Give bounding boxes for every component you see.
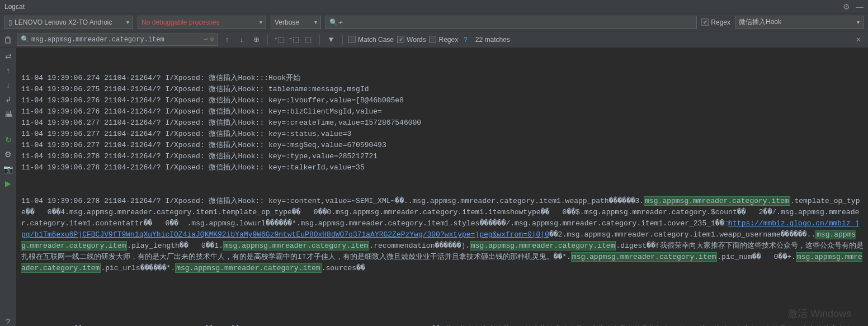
logcat-search-input[interactable]: 🔍≁ [326, 16, 697, 29]
log-line: 11-04 19:39:06.274 21104-21264/? I/Xpose… [21, 73, 864, 84]
log-line: 11-04 19:39:06.277 21104-21264/? I/Xpose… [21, 140, 864, 151]
filter-name: 微信插入Hook [739, 17, 781, 27]
search-icon: 🔍 [21, 35, 29, 44]
filter-icon[interactable]: ▼ [326, 34, 337, 45]
close-find-icon[interactable]: ✕ [851, 36, 866, 44]
print-icon[interactable]: 🖶 [4, 110, 12, 119]
separator [342, 35, 343, 45]
log-line: 11-04 19:39:06.278 21104-21264/? I/Xpose… [21, 162, 864, 173]
log-output[interactable]: 11-04 19:39:06.274 21104-21264/? I/Xpose… [17, 48, 868, 326]
minimize-icon[interactable]: — [856, 2, 864, 11]
settings2-icon[interactable]: ⚙ [4, 150, 12, 159]
help-link[interactable]: ? [464, 36, 468, 44]
log-line: 11-04 19:39:06.277 21104-21264/? I/Xpose… [21, 117, 864, 129]
match-count: 22 matches [475, 36, 510, 44]
regex-checkbox[interactable]: ✓ Regex [701, 18, 730, 26]
log-line: 11-04 19:39:06.278 21104-21264/? I/Xpose… [21, 151, 864, 162]
filter-selector[interactable]: 微信插入Hook ▾ [735, 16, 864, 29]
device-selector[interactable]: ▯ LENOVO Lenovo X2-TO Androic ▾ [4, 16, 133, 29]
prev-match-icon[interactable]: ↑ [221, 34, 233, 45]
match-case-checkbox[interactable]: Match Case [348, 36, 394, 44]
log-line: 11-04 19:39:06.277 21104-21264/? I/Xpose… [21, 129, 864, 140]
words-checkbox[interactable]: ✓Words [397, 36, 426, 44]
logcat-header-toolbar: ▯ LENOVO Lenovo X2-TO Androic ▾ No debug… [0, 13, 868, 31]
chevron-down-icon: ▾ [857, 19, 860, 25]
regex-label: Regex [711, 18, 730, 26]
window-title: Logcat [4, 3, 837, 11]
log-line: 11-04 19:39:06.276 21104-21264/? I/Xpose… [21, 95, 864, 106]
log-line: 11-04 19:39:06.278 21104-21264/? I/Xpose… [21, 196, 864, 274]
search-icon: 🔍≁ [329, 18, 343, 26]
chevron-down-icon: ▾ [260, 19, 262, 25]
next-match-icon[interactable]: ↓ [236, 34, 247, 45]
log-level: Verbose [275, 18, 299, 26]
find-text[interactable] [31, 36, 202, 44]
select-all-icon[interactable]: ⁺⬚ [273, 34, 285, 45]
find-toolbar: 🔍 ↩ ⊗ ↑ ↓ ⊕ ⁺⬚ ⁻⬚ ⬚ ▼ Match Case ✓Words … [0, 31, 868, 48]
process-selector[interactable]: No debuggable processes ▾ [138, 16, 266, 29]
separator [319, 35, 320, 45]
clear-log-icon[interactable] [2, 34, 13, 45]
process-name: No debuggable processes [141, 18, 219, 26]
left-gutter: ⇄ ↑ ↓ ↲ 🖶 ↻ ⚙ 📷 ▶ ? [0, 48, 17, 326]
log-line: 11-04 19:39:06.275 21104-21264/? I/Xpose… [21, 84, 864, 95]
chevron-down-icon: ▾ [126, 19, 129, 25]
restart-icon[interactable]: ↻ [5, 135, 12, 144]
scroll-up-icon[interactable]: ↑ [6, 66, 10, 75]
scroll-down-icon[interactable]: ↓ [6, 81, 10, 89]
separator [267, 35, 268, 45]
help-icon[interactable]: ? [6, 317, 11, 326]
add-selection-icon[interactable]: ⊕ [251, 34, 262, 45]
main-area: ⇄ ↑ ↓ ↲ 🖶 ↻ ⚙ 📷 ▶ ? 11-04 19:39:06.274 2… [0, 48, 868, 326]
regex-find-checkbox[interactable]: Regex [429, 36, 458, 44]
log-line: 11-04 19:39:06.276 21104-21264/? I/Xpose… [21, 106, 864, 117]
clear-icon[interactable]: ⊗ [210, 35, 214, 44]
chevron-down-icon: ▾ [314, 19, 317, 25]
unselect-icon[interactable]: ⁻⬚ [288, 34, 299, 45]
titlebar: Logcat ⚙ — [0, 0, 868, 13]
record-icon[interactable]: ▶ [5, 179, 11, 188]
settings-icon[interactable]: ⇄ [5, 51, 12, 60]
export-icon[interactable]: ⬚ [303, 34, 314, 45]
gear-icon[interactable]: ⚙ [843, 2, 850, 11]
find-input[interactable]: 🔍 ↩ ⊗ [17, 34, 218, 46]
device-name: LENOVO Lenovo X2-TO Androic [15, 18, 112, 26]
soft-wrap-icon[interactable]: ↲ [5, 95, 12, 104]
log-level-selector[interactable]: Verbose ▾ [271, 16, 321, 29]
screenshot-icon[interactable]: 📷 [3, 164, 13, 173]
history-icon[interactable]: ↩ [204, 35, 208, 44]
